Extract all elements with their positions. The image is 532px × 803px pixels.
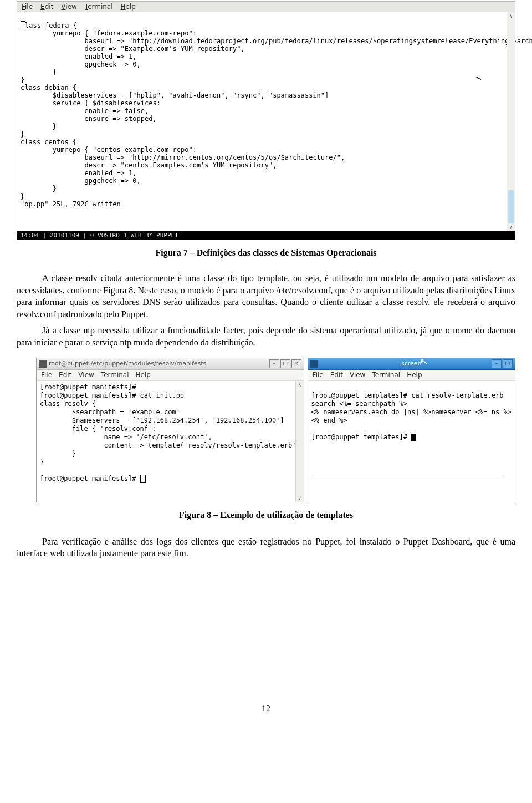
titlebar[interactable]: screen ↖ – □ bbox=[308, 358, 515, 370]
code-line: enabled => 1, bbox=[21, 53, 137, 60]
code-line: class debian { bbox=[21, 84, 76, 92]
terminal-body[interactable]: lass fedora { yumrepo { "fedora.example.… bbox=[17, 12, 515, 231]
term-line: $searchpath = 'example.com' bbox=[40, 408, 180, 416]
horizontal-rule bbox=[311, 477, 505, 477]
code-line: } bbox=[21, 76, 24, 84]
scroll-up-arrow-icon[interactable]: ∧ bbox=[507, 12, 515, 20]
code-line: lass fedora { bbox=[25, 22, 77, 29]
menu-file[interactable]: File bbox=[22, 3, 33, 11]
code-line: baseurl => "http://mirror.centos.org/cen… bbox=[21, 154, 345, 161]
text-cursor bbox=[140, 475, 146, 483]
code-line: descr => "Example.com's YUM repository", bbox=[21, 45, 245, 53]
terminal-body[interactable]: [root@puppet templates]# cat resolv-temp… bbox=[308, 381, 515, 480]
maximize-button[interactable]: □ bbox=[280, 359, 290, 368]
code-line: class centos { bbox=[21, 138, 76, 146]
menu-edit[interactable]: Edit bbox=[40, 3, 53, 11]
paragraph-3: Para verificação e análise dos logs dos … bbox=[17, 536, 515, 560]
minimize-button[interactable]: – bbox=[269, 359, 279, 368]
menu-terminal[interactable]: Terminal bbox=[101, 371, 129, 379]
status-bar: 14:04 | 20101109 | 0 VOSTRO 1 WEB 3* PUP… bbox=[17, 231, 515, 240]
term-line: [root@puppet manifests]# bbox=[40, 383, 136, 391]
scroll-down-arrow-icon[interactable]: ∨ bbox=[296, 494, 304, 502]
scroll-up-arrow-icon[interactable]: ∧ bbox=[296, 381, 304, 389]
term-line: } bbox=[40, 458, 44, 466]
minimize-button[interactable]: – bbox=[492, 359, 502, 368]
menu-help[interactable]: Help bbox=[121, 3, 136, 11]
code-line: $disableservices = ["hplip", "avahi-daem… bbox=[21, 92, 329, 99]
menu-view[interactable]: View bbox=[61, 3, 76, 11]
menu-help[interactable]: Help bbox=[407, 371, 422, 379]
scroll-thumb[interactable] bbox=[508, 190, 514, 223]
close-button[interactable]: × bbox=[291, 359, 301, 368]
menu-terminal[interactable]: Terminal bbox=[85, 3, 113, 11]
figure7-terminal-window: File Edit View Terminal Help lass fedora… bbox=[17, 1, 515, 240]
term-line: search <%= searchpath %> bbox=[311, 400, 407, 408]
window-icon bbox=[39, 360, 47, 368]
code-line: baseurl => "http://download.fedoraprojec… bbox=[21, 37, 532, 45]
code-line: } bbox=[21, 185, 57, 192]
figure8-caption: Figura 8 – Exemplo de utilização de temp… bbox=[17, 510, 515, 520]
code-line: enable => false, bbox=[21, 107, 149, 115]
term-line: [root@puppet manifests]# bbox=[40, 475, 140, 482]
code-line: yumrepo { "fedora.example.com-repo": bbox=[21, 29, 197, 37]
menu-file[interactable]: File bbox=[313, 371, 324, 379]
code-line: yumrepo { "centos-example.com-repo": bbox=[21, 146, 197, 154]
menu-edit[interactable]: Edit bbox=[330, 371, 343, 379]
terminal-body[interactable]: [root@puppet manifests]# [root@puppet ma… bbox=[37, 381, 304, 502]
term-line: <% end %> bbox=[311, 416, 347, 424]
menu-terminal[interactable]: Terminal bbox=[372, 371, 400, 379]
code-line: service { $disableservices: bbox=[21, 99, 161, 107]
window-icon bbox=[310, 360, 318, 368]
term-line: <% nameservers.each do |ns| %>nameserver… bbox=[311, 408, 511, 416]
code-line: enabled => 1, bbox=[21, 169, 137, 177]
code-line: "op.pp" 25L, 792C written bbox=[21, 200, 121, 208]
term-line: [root@puppet templates]# bbox=[311, 433, 412, 441]
window-title: screen bbox=[401, 359, 422, 368]
term-line: file { 'resolv.conf': bbox=[40, 425, 156, 433]
menu-bar: File Edit View Terminal Help bbox=[308, 370, 515, 381]
figure8-right-window: screen ↖ – □ File Edit View Terminal Hel… bbox=[308, 358, 515, 502]
code-line: descr => "centos Examples.com's YUM repo… bbox=[21, 161, 277, 169]
scroll-down-arrow-icon[interactable]: ∨ bbox=[507, 223, 515, 231]
code-line: gpgcheck => 0, bbox=[21, 60, 141, 68]
menu-help[interactable]: Help bbox=[136, 371, 151, 379]
code-line: } bbox=[21, 130, 24, 138]
figure8-wrapper: root@puppet:/etc/puppet/modules/resolv/m… bbox=[36, 358, 496, 502]
figure8-left-window: root@puppet:/etc/puppet/modules/resolv/m… bbox=[36, 358, 304, 502]
menu-bar: File Edit View Terminal Help bbox=[17, 2, 515, 12]
term-line: [root@puppet manifests]# cat init.pp bbox=[40, 392, 184, 399]
scrollbar[interactable]: ∧ ∨ bbox=[295, 381, 304, 502]
menu-file[interactable]: File bbox=[41, 371, 52, 379]
term-line: $nameservers = ['192.168.254.254', '192.… bbox=[40, 416, 284, 424]
menu-edit[interactable]: Edit bbox=[59, 371, 71, 379]
term-line: [root@puppet templates]# cat resolv-temp… bbox=[311, 392, 504, 399]
code-line: } bbox=[21, 68, 57, 76]
text-cursor bbox=[411, 434, 416, 441]
figure7-caption: Figura 7 – Definições das classes de Sis… bbox=[17, 248, 515, 258]
term-line: class resolv { bbox=[40, 400, 96, 408]
window-title: root@puppet:/etc/puppet/modules/resolv/m… bbox=[49, 359, 206, 368]
paragraph-1: A classe resolv citada anteriormente é u… bbox=[17, 272, 515, 320]
mouse-cursor-icon: ↖ bbox=[418, 356, 428, 366]
maximize-button[interactable]: □ bbox=[503, 359, 513, 368]
menu-bar: File Edit View Terminal Help bbox=[37, 370, 304, 381]
code-line: } bbox=[21, 192, 24, 200]
page-number: 12 bbox=[17, 704, 515, 714]
term-line: } bbox=[40, 450, 76, 458]
code-line: ensure => stopped, bbox=[21, 115, 157, 123]
scrollbar[interactable]: ∧ ∨ bbox=[507, 12, 515, 231]
menu-view[interactable]: View bbox=[78, 371, 94, 379]
paragraph-2: Já a classe ntp necessita utilizar a fun… bbox=[17, 324, 515, 348]
term-line: name => '/etc/resolv.conf', bbox=[40, 433, 212, 441]
mouse-cursor-icon: ↖ bbox=[474, 73, 483, 82]
titlebar[interactable]: root@puppet:/etc/puppet/modules/resolv/m… bbox=[37, 358, 304, 370]
menu-view[interactable]: View bbox=[350, 371, 365, 379]
code-line: gpgcheck => 0, bbox=[21, 177, 141, 185]
term-line: content => template('resolv/resolv-templ… bbox=[40, 441, 300, 449]
code-line: } bbox=[21, 123, 57, 130]
